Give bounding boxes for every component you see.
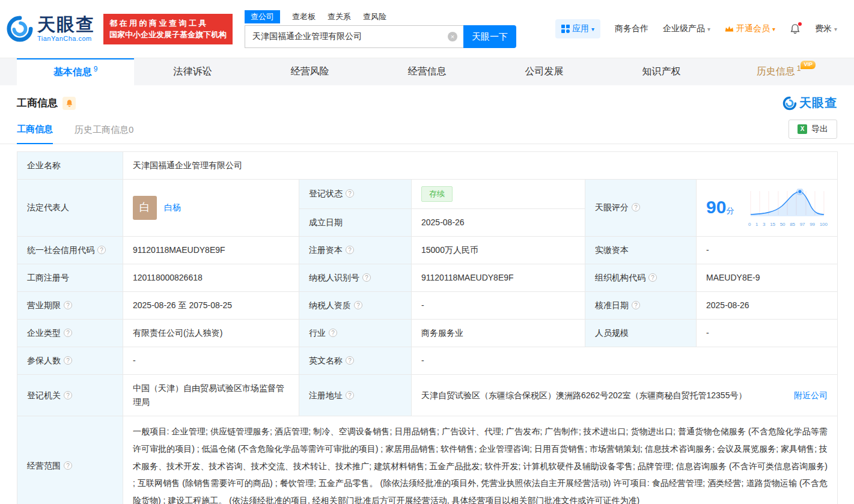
score-value: 90 [706, 197, 726, 217]
help-icon[interactable]: ? [64, 391, 72, 399]
help-icon[interactable]: ? [64, 356, 72, 365]
legal-rep-label: 法定代表人 [17, 180, 123, 237]
reg-number-label: 工商注册号 [17, 264, 123, 291]
table-row: 企业名称 天津国福通企业管理有限公司 [17, 152, 838, 180]
score-chart: 0131550859799100 [748, 189, 828, 227]
help-icon[interactable]: ? [346, 189, 354, 198]
help-icon[interactable]: ? [64, 461, 72, 470]
help-icon[interactable]: ? [632, 203, 640, 211]
chevron-down-icon: ▾ [707, 26, 710, 32]
help-icon[interactable]: ? [354, 301, 362, 309]
tab-operation-info[interactable]: 经营信息 [368, 58, 486, 85]
search-tab-relation[interactable]: 查关系 [328, 10, 351, 23]
company-type-value: 有限责任公司(法人独资) [123, 319, 299, 347]
reg-address-value: 天津自贸试验区（东疆综合保税区）澳洲路6262号202室（东疆商秘自贸托管123… [421, 389, 783, 402]
search-tab-risk[interactable]: 查风险 [363, 10, 386, 23]
help-icon[interactable]: ? [632, 301, 640, 309]
industry-label: 行业? [299, 319, 412, 347]
org-code-value: MAEUDY8E-9 [697, 264, 838, 291]
subscribe-bell-icon [66, 99, 73, 107]
taxpayer-id-value: 91120118MAEUDY8E9F [412, 264, 585, 291]
subtab-business-info[interactable]: 工商信息 [17, 124, 53, 144]
crown-icon [725, 25, 734, 32]
establish-date-value: 2025-08-26 [412, 208, 585, 236]
staff-size-value: - [697, 319, 838, 347]
brand-name: 天眼查 [37, 16, 95, 34]
search-tab-company[interactable]: 查公司 [245, 10, 280, 23]
score-cell: 90分 0131550859799100 [697, 180, 838, 237]
search-tabs: 查公司 查老板 查关系 查风险 [245, 10, 516, 24]
apps-grid-icon [561, 25, 570, 33]
open-vip-menu[interactable]: 开通会员 ▾ [725, 23, 775, 34]
nearby-companies-link[interactable]: 附近公司 [794, 389, 828, 402]
industry-value: 商务服务业 [412, 319, 585, 347]
slogan-line2: 国家中小企业发展子基金旗下机构 [109, 29, 227, 41]
reg-capital-value: 15000万人民币 [412, 236, 585, 264]
help-icon[interactable]: ? [362, 273, 371, 282]
top-menu: 应用 ▾ 商务合作 企业级产品 ▾ 开通会员 ▾ 费米 ▾ [555, 19, 837, 38]
insured-count-label: 参保人数? [17, 347, 123, 375]
reg-number-value: 120118000826618 [123, 264, 299, 291]
search-block: 查公司 查老板 查关系 查风险 × 天眼一下 [245, 10, 516, 48]
tab-badge: 1 [797, 64, 801, 73]
clear-icon[interactable]: × [448, 32, 457, 41]
tab-basic-info[interactable]: 基本信息 9 [17, 58, 134, 85]
table-row: 登记机关? 中国（天津）自由贸易试验区市场监督管理局 注册地址? 天津自贸试验区… [17, 375, 838, 416]
tab-history-info[interactable]: 历史信息 1 VIP [720, 58, 837, 85]
help-icon[interactable]: ? [346, 246, 354, 254]
subtab-history-business-info[interactable]: 历史工商信息0 [75, 124, 133, 144]
help-icon[interactable]: ? [648, 273, 657, 282]
tab-intellectual-property[interactable]: 知识产权 [603, 58, 720, 85]
section-header: 工商信息 天眼查 [0, 85, 854, 116]
help-icon[interactable]: ? [329, 329, 337, 337]
subtab-row: 工商信息 历史工商信息0 X 导出 [0, 116, 854, 144]
score-unit: 分 [726, 206, 734, 215]
search-tab-boss[interactable]: 查老板 [292, 10, 316, 23]
establish-date-label: 成立日期 [299, 208, 412, 236]
help-icon[interactable]: ? [64, 301, 72, 309]
tab-legal-litigation[interactable]: 法律诉讼 [134, 58, 251, 85]
brand-domain: TianYanCha.com [37, 35, 95, 42]
tab-company-development[interactable]: 公司发展 [486, 58, 603, 85]
score-axis-ticks: 0131550859799100 [748, 222, 828, 227]
insured-count-value: - [123, 347, 299, 375]
tianyancha-logo-icon [782, 96, 797, 111]
username: 费米 [815, 23, 832, 34]
staff-size-label: 人员规模 [585, 319, 697, 347]
apps-label: 应用 [572, 23, 589, 34]
search-input[interactable] [251, 31, 448, 42]
help-icon[interactable]: ? [97, 246, 106, 254]
reg-authority-value: 中国（天津）自由贸易试验区市场监督管理局 [123, 375, 299, 416]
table-row: 统一社会信用代码? 91120118MAEUDY8E9F 注册资本? 15000… [17, 236, 838, 264]
business-term-value: 2025-08-26 至 2075-08-25 [123, 291, 299, 319]
legal-rep-link[interactable]: 白杨 [164, 201, 181, 214]
section-brand-mark: 天眼查 [782, 95, 837, 111]
search-button[interactable]: 天眼一下 [463, 25, 516, 48]
business-info-table: 企业名称 天津国福通企业管理有限公司 法定代表人 白 白杨 登记状态? 存续 天… [17, 151, 838, 504]
enterprise-product-menu[interactable]: 企业级产品 ▾ [663, 23, 710, 34]
english-name-value: - [412, 347, 838, 375]
notifications-bell[interactable] [790, 23, 801, 34]
help-icon[interactable]: ? [64, 329, 72, 337]
user-menu[interactable]: 费米 ▾ [815, 23, 837, 34]
search-bar: × 天眼一下 [245, 25, 516, 48]
table-row: 企业类型? 有限责任公司(法人独资) 行业? 商务服务业 人员规模 - [17, 319, 838, 347]
subscribe-bell-button[interactable] [63, 97, 76, 110]
company-name-label: 企业名称 [17, 152, 123, 180]
table-row: 法定代表人 白 白杨 登记状态? 存续 天眼评分? 90分 [17, 180, 838, 208]
tianyancha-logo[interactable]: 天眼查 TianYanCha.com [6, 15, 95, 43]
tab-operation-risk[interactable]: 经营风险 [251, 58, 368, 85]
help-icon[interactable]: ? [346, 356, 354, 365]
help-icon[interactable]: ? [346, 391, 354, 399]
slogan-banner: 都在用的商业查询工具 国家中小企业发展子基金旗下机构 [103, 14, 233, 44]
legal-rep-cell: 白 白杨 [123, 180, 299, 237]
legal-rep-avatar[interactable]: 白 [133, 196, 157, 220]
export-button[interactable]: X 导出 [788, 120, 837, 139]
apps-menu[interactable]: 应用 ▾ [555, 19, 600, 38]
paid-capital-label: 实缴资本 [585, 236, 697, 264]
company-nav-tabs: 基本信息 9 法律诉讼 经营风险 经营信息 公司发展 知识产权 历史信息 1 V… [0, 58, 854, 85]
business-scope-label: 经营范围? [17, 416, 123, 504]
paid-capital-value: - [697, 236, 838, 264]
approval-date-label: 核准日期? [585, 291, 697, 319]
cooperation-menu[interactable]: 商务合作 [615, 23, 648, 34]
